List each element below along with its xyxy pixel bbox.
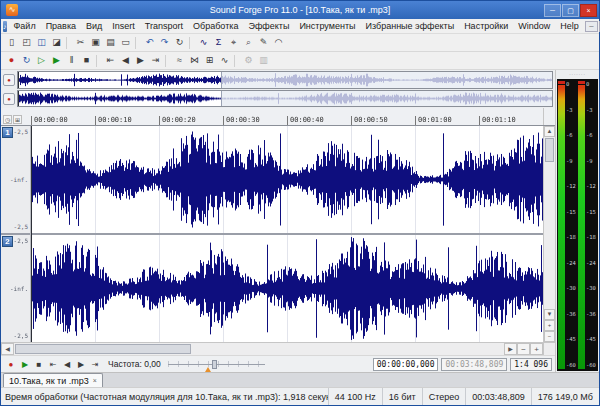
waveform-channel-1[interactable]	[31, 126, 543, 233]
child-minimize-button[interactable]: ─	[585, 21, 598, 32]
waveform-canvas-area[interactable]	[31, 126, 543, 342]
menu-item-favorite-effects[interactable]: Избранные эффекты	[361, 19, 460, 34]
menu-item-tools[interactable]: Инструменты	[294, 19, 360, 34]
play-icon[interactable]: ▶	[18, 358, 32, 371]
document-tab[interactable]: 10.Така, як ти .mp3 ×	[3, 373, 103, 387]
save-icon[interactable]: ◫	[34, 35, 49, 50]
redo-icon[interactable]: ↷	[157, 35, 172, 50]
waveform-channel-2[interactable]	[31, 235, 543, 342]
spectrum-analysis-icon[interactable]: ∿	[196, 35, 211, 50]
menu-item-help[interactable]: Help	[555, 19, 584, 34]
snap-to-grid-icon[interactable]: ⊞	[202, 53, 217, 68]
copy-icon[interactable]: ▣	[88, 35, 103, 50]
overview-waveform-ch2[interactable]	[17, 90, 553, 108]
magnify-tool-icon[interactable]: ⌕	[241, 35, 256, 50]
loop-playback-icon[interactable]: ↻	[19, 53, 34, 68]
undo-icon[interactable]: ↶	[142, 35, 157, 50]
maximize-button[interactable]: ▢	[562, 4, 579, 17]
snap-toggle-icon[interactable]: ⊞	[13, 115, 22, 124]
time-ruler[interactable]: 00:00:0000:00:1000:00:2000:00:3000:00:40…	[31, 108, 543, 125]
menu-item-transport[interactable]: Transport	[140, 19, 188, 34]
record-icon[interactable]: ●	[4, 358, 18, 371]
forward-icon[interactable]: ▶	[74, 358, 88, 371]
menu-item-process[interactable]: Обработка	[188, 19, 243, 34]
clip-indicator-left[interactable]	[558, 81, 565, 84]
frequency-slider-thumb[interactable]	[212, 360, 217, 369]
horizontal-scrollbar[interactable]: ◀ ▶ − +	[1, 342, 555, 355]
meter-grip[interactable]: ∙∙∙∙∙∙∙	[556, 70, 599, 79]
record-icon[interactable]: ●	[4, 53, 19, 68]
record-enable-ch2-icon[interactable]: ●	[3, 93, 15, 105]
time-ruler-settings-icon[interactable]: ◷	[3, 115, 12, 124]
edit-tool-icon[interactable]: ⌖	[226, 35, 241, 50]
new-file-icon[interactable]: ▯	[4, 35, 19, 50]
status-field[interactable]: 00:03:48,809	[465, 388, 531, 405]
zoom-in-vertical-icon[interactable]: +	[544, 320, 555, 331]
menu-item-effects[interactable]: Эффекты	[243, 19, 294, 34]
hardware-meters-icon[interactable]: ▥	[256, 53, 271, 68]
plugin-chain-icon[interactable]: ⚙	[241, 53, 256, 68]
record-enable-ch1-icon[interactable]: ●	[3, 74, 15, 86]
title-bar[interactable]: ∿ Sound Forge Pro 11.0 - [10.Така, як ти…	[1, 1, 599, 19]
forward-icon[interactable]: ▶	[133, 53, 148, 68]
playback-cursor[interactable]	[31, 126, 32, 342]
menu-item-options[interactable]: Настройки	[459, 19, 513, 34]
tab-close-icon[interactable]: ×	[93, 377, 97, 384]
menu-item-insert[interactable]: Insert	[107, 19, 140, 34]
status-field[interactable]: Стерео	[422, 388, 466, 405]
paste-icon[interactable]: ▤	[103, 35, 118, 50]
auto-ripple-icon[interactable]: ≈	[172, 53, 187, 68]
open-file-icon[interactable]: ◰	[19, 35, 34, 50]
horizontal-scroll-track[interactable]	[15, 344, 503, 354]
save-as-icon[interactable]: ◪	[49, 35, 64, 50]
envelope-tool-icon[interactable]: ◠	[271, 35, 286, 50]
rewind-icon[interactable]: ◀	[60, 358, 74, 371]
menu-item-view[interactable]: Вид	[81, 19, 107, 34]
go-to-start-icon[interactable]: ⇤	[46, 358, 60, 371]
stop-icon[interactable]: ■	[32, 358, 46, 371]
scroll-up-icon[interactable]: ▲	[544, 126, 555, 137]
channel-2-badge[interactable]: 2	[2, 236, 13, 247]
crossfade-icon[interactable]: ⋈	[187, 53, 202, 68]
go-to-end-icon[interactable]: ⇥	[88, 358, 102, 371]
overview-waveform-ch1[interactable]	[17, 71, 553, 89]
scroll-right-icon[interactable]: ▶	[504, 343, 517, 355]
status-field[interactable]: 176 149,0 Мб	[531, 388, 599, 405]
scroll-down-icon[interactable]: ▼	[544, 309, 555, 320]
waveform-view-icon[interactable]: ∿	[217, 53, 232, 68]
zoom-ratio-display[interactable]: 1:4 096	[510, 358, 552, 371]
pause-icon[interactable]: ‖	[64, 53, 79, 68]
level-meters-panel[interactable]: ∙∙∙∙∙∙∙ 0-3-6-9-12-15-18-24-30-36-45-60 …	[555, 70, 599, 372]
minimize-button[interactable]: ─	[544, 4, 561, 17]
status-field[interactable]: 44 100 Hz	[328, 388, 382, 405]
zoom-out-time-icon[interactable]: −	[517, 343, 530, 355]
menu-item-file[interactable]: Файл	[9, 19, 41, 34]
go-to-end-icon[interactable]: ⇥	[148, 53, 163, 68]
rewind-icon[interactable]: ◀	[118, 53, 133, 68]
vertical-scrollbar[interactable]: ▲ ▼ + −	[543, 126, 555, 342]
play-icon[interactable]: ▶	[49, 53, 64, 68]
menu-item-edit[interactable]: Правка	[41, 19, 81, 34]
go-to-start-icon[interactable]: ⇤	[103, 53, 118, 68]
scroll-left-icon[interactable]: ◀	[1, 343, 14, 355]
clip-indicator-right[interactable]	[578, 81, 585, 84]
meter-body[interactable]: 0-3-6-9-12-15-18-24-30-36-45-60 0-3-6-9-…	[557, 79, 598, 371]
statistics-icon[interactable]: Σ	[211, 35, 226, 50]
play-all-icon[interactable]: ▷	[34, 53, 49, 68]
pencil-tool-icon[interactable]: ✎	[256, 35, 271, 50]
repeat-icon[interactable]: ↻	[172, 35, 187, 50]
total-time-display[interactable]: 00:03:48,809	[441, 358, 507, 371]
stop-icon[interactable]: ■	[79, 53, 94, 68]
status-field[interactable]: 16 бит	[382, 388, 422, 405]
cut-icon[interactable]: ✂	[73, 35, 88, 50]
trim-icon[interactable]: ▭	[118, 35, 133, 50]
frequency-slider[interactable]	[168, 359, 265, 370]
close-button[interactable]: ×	[580, 4, 597, 17]
channel-1-badge[interactable]: 1	[2, 127, 13, 138]
zoom-in-time-icon[interactable]: +	[530, 343, 543, 355]
vertical-scroll-thumb[interactable]	[545, 138, 554, 162]
horizontal-scroll-thumb[interactable]	[15, 344, 191, 354]
menu-item-window[interactable]: Window	[513, 19, 555, 34]
zoom-out-vertical-icon[interactable]: −	[544, 331, 555, 342]
current-time-display[interactable]: 00:00:00,000	[373, 358, 439, 371]
